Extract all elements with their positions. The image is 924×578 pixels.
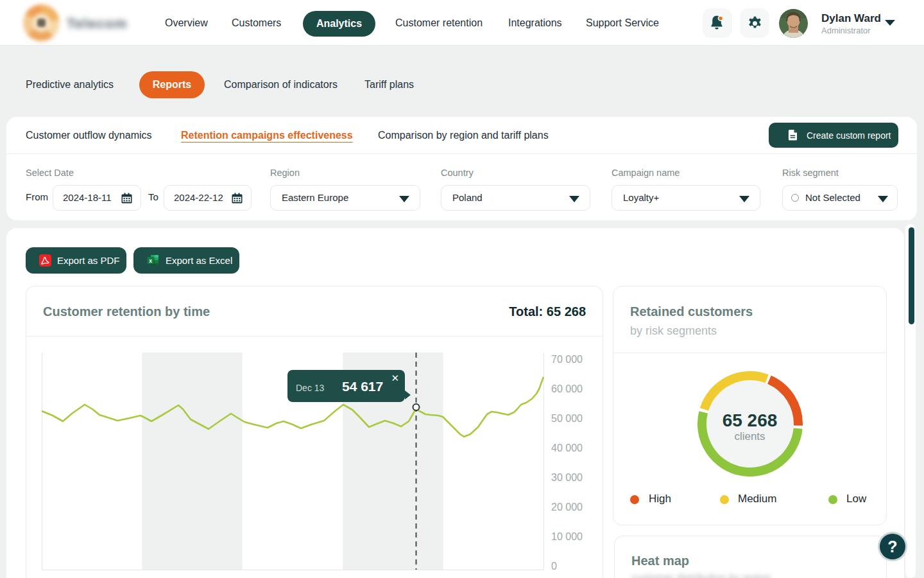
svg-text:x: x (149, 258, 152, 264)
